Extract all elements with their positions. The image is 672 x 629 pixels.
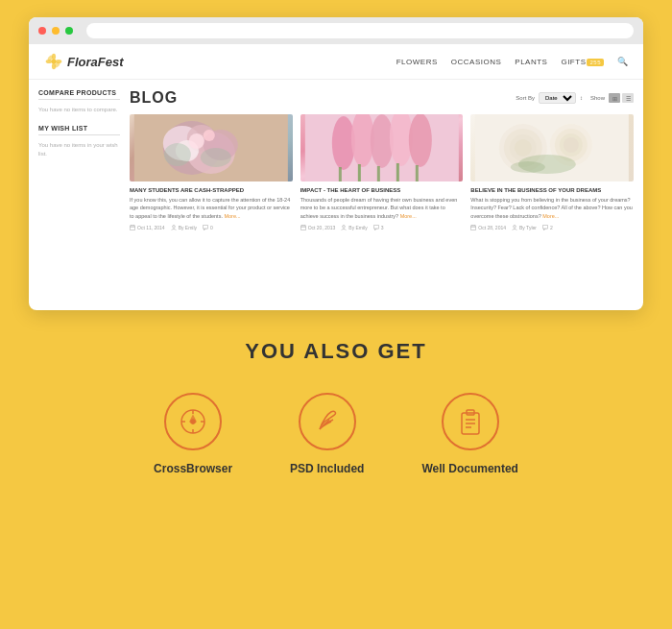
svg-rect-35 xyxy=(300,226,305,230)
page-background: FloraFest FLOWERS OCCASIONS PLANTS GIFTS… xyxy=(0,0,672,629)
minimize-dot[interactable] xyxy=(52,27,60,35)
address-bar[interactable] xyxy=(86,23,634,38)
sort-controls: Sort By Date ↕ xyxy=(516,92,583,104)
gifts-badge: 255 xyxy=(587,59,604,66)
compare-title: COMPARE PRODUCTS xyxy=(38,89,120,100)
crossbrowser-icon-wrap xyxy=(164,393,222,450)
svg-point-45 xyxy=(515,139,532,157)
post-excerpt-1: If you know this, you can allow it to ca… xyxy=(130,196,293,220)
svg-point-39 xyxy=(343,225,346,228)
features-row: CrossBrowser PSD Included xyxy=(154,393,518,475)
svg-point-17 xyxy=(201,148,231,167)
clipboard-icon xyxy=(457,408,484,435)
svg-rect-52 xyxy=(471,226,476,230)
post-image-bouquet xyxy=(130,114,293,181)
post-comments-2: 3 xyxy=(373,225,384,230)
post-excerpt-3: What is stopping you from believing in t… xyxy=(470,196,634,220)
post-more-1[interactable]: More... xyxy=(224,213,240,219)
svg-point-29 xyxy=(409,114,432,167)
psd-icon-wrap xyxy=(299,393,356,450)
svg-rect-57 xyxy=(542,225,547,229)
post-meta-1: Oct 11, 2014 By Emily 0 xyxy=(130,225,293,230)
svg-rect-18 xyxy=(130,226,134,230)
calendar-icon xyxy=(130,225,135,230)
blog-header: BLOG Sort By Date ↕ Show ⊞ xyxy=(130,89,634,107)
yag-title: YOU ALSO GET xyxy=(154,339,518,364)
svg-rect-33 xyxy=(396,163,399,181)
browser-chrome xyxy=(29,17,643,44)
view-label: Show xyxy=(590,95,605,101)
user-icon xyxy=(171,225,177,230)
post-excerpt-2: Thousands of people dream of having thei… xyxy=(300,196,464,220)
browser-window: FloraFest FLOWERS OCCASIONS PLANTS GIFTS… xyxy=(29,17,643,310)
close-dot[interactable] xyxy=(38,27,46,35)
comment-icon xyxy=(203,225,208,230)
view-controls: ⊞ ☰ xyxy=(609,93,634,103)
crossbrowser-label: CrossBrowser xyxy=(154,462,232,475)
feature-docs: Well Documented xyxy=(421,393,517,475)
logo-flower-icon xyxy=(44,52,63,71)
feature-psd: PSD Included xyxy=(290,393,364,475)
user-icon xyxy=(341,225,347,230)
feather-icon xyxy=(314,408,341,435)
site-body: COMPARE PRODUCTS You have no items to co… xyxy=(29,80,643,310)
post-date-1: Oct 11, 2014 xyxy=(130,225,165,230)
svg-point-16 xyxy=(164,143,191,166)
search-icon[interactable]: 🔍 xyxy=(617,57,628,66)
site-header: FloraFest FLOWERS OCCASIONS PLANTS GIFTS… xyxy=(29,44,643,80)
compass-icon xyxy=(180,408,206,435)
calendar-icon xyxy=(300,225,306,230)
sort-icon: ↕ xyxy=(580,95,583,101)
post-author-2: By Emily xyxy=(341,225,367,230)
user-icon xyxy=(512,225,517,230)
post-meta-3: Oct 28, 2014 By Tyler 2 xyxy=(470,225,634,230)
comment-icon xyxy=(373,225,379,230)
logo-text: FloraFest xyxy=(67,55,124,69)
sort-label: Sort By xyxy=(516,95,535,101)
blog-post: IMPACT - THE HEART OF BUSINESS Thousands… xyxy=(300,114,464,230)
svg-point-49 xyxy=(564,137,579,153)
docs-icon-wrap xyxy=(442,393,499,450)
post-date-2: Oct 20, 2013 xyxy=(300,225,336,230)
post-more-2[interactable]: More... xyxy=(400,213,417,219)
blog-grid: MANY STUDENTS ARE CASH-STRAPPED If you k… xyxy=(130,114,634,230)
nav-gifts[interactable]: GIFTS255 xyxy=(561,58,604,66)
post-comments-1: 0 xyxy=(203,225,213,230)
compare-empty: You have no items to compare. xyxy=(38,106,120,113)
blog-post: MANY STUDENTS ARE CASH-STRAPPED If you k… xyxy=(130,114,293,230)
nav-flowers[interactable]: FLOWERS xyxy=(396,58,438,66)
nav-plants[interactable]: PLANTS xyxy=(515,58,547,66)
you-also-get-section: YOU ALSO GET CrossBrowser xyxy=(134,310,538,495)
svg-point-15 xyxy=(204,130,215,141)
svg-point-14 xyxy=(189,133,204,149)
svg-rect-34 xyxy=(416,165,419,181)
post-meta-2: Oct 20, 2013 By Emily 3 xyxy=(300,225,464,230)
psd-label: PSD Included xyxy=(290,462,364,475)
svg-rect-40 xyxy=(373,225,378,229)
calendar-icon xyxy=(470,225,476,230)
sort-select[interactable]: Date xyxy=(539,92,576,104)
svg-point-51 xyxy=(511,161,545,173)
svg-rect-31 xyxy=(358,164,361,181)
maximize-dot[interactable] xyxy=(65,27,73,35)
docs-label: Well Documented xyxy=(421,462,517,475)
svg-rect-32 xyxy=(377,166,380,181)
post-image-tulips xyxy=(300,114,464,181)
post-title-2: IMPACT - THE HEART OF BUSINESS xyxy=(300,187,464,193)
svg-rect-23 xyxy=(203,225,207,229)
post-comments-3: 2 xyxy=(542,225,553,230)
svg-point-22 xyxy=(172,225,175,228)
list-view-btn[interactable]: ☰ xyxy=(622,93,634,103)
post-title-3: BELIEVE IN THE BUSINESS OF YOUR DREAMS xyxy=(470,187,634,193)
feature-crossbrowser: CrossBrowser xyxy=(154,393,232,475)
post-image-roses xyxy=(470,114,634,181)
svg-point-56 xyxy=(514,225,516,228)
logo[interactable]: FloraFest xyxy=(44,52,124,71)
post-author-1: By Emily xyxy=(171,225,197,230)
post-more-3[interactable]: More... xyxy=(542,213,559,219)
svg-rect-30 xyxy=(339,167,342,181)
nav-occasions[interactable]: OCCASIONS xyxy=(451,58,502,66)
wishlist-empty: You have no items in your wish list. xyxy=(38,141,120,157)
nav-menu: FLOWERS OCCASIONS PLANTS GIFTS255 🔍 xyxy=(396,57,628,66)
grid-view-btn[interactable]: ⊞ xyxy=(609,93,620,103)
